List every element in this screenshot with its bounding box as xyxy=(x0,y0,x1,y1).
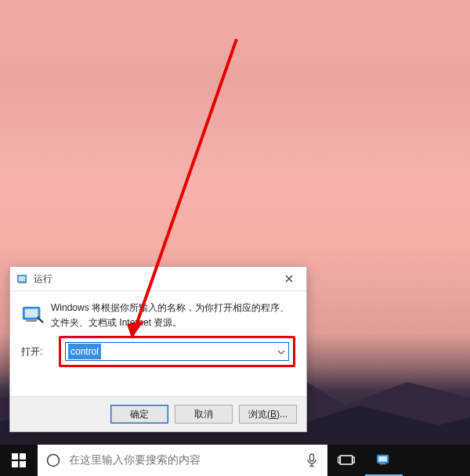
run-dialog-button-row: 确定 取消 浏览(B)... xyxy=(10,396,306,431)
open-combobox-value: control xyxy=(68,344,101,359)
svg-rect-13 xyxy=(310,454,314,461)
svg-rect-9 xyxy=(20,453,26,460)
taskbar-search[interactable]: 在这里输入你要搜索的内容 xyxy=(38,445,327,476)
svg-rect-4 xyxy=(25,308,38,317)
browse-button[interactable]: 浏览(B)... xyxy=(239,405,297,424)
run-titlebar-icon xyxy=(16,272,29,285)
run-dialog-icon xyxy=(21,301,48,330)
desktop-wallpaper: 运行 Windows 将根据你所输入的名称，为你打开相应的程序、 文件夹、文档或… xyxy=(0,0,470,445)
run-dialog-title: 运行 xyxy=(34,272,272,286)
chevron-down-icon[interactable] xyxy=(274,348,288,356)
svg-rect-18 xyxy=(352,457,355,463)
cancel-button[interactable]: 取消 xyxy=(175,405,233,424)
run-dialog-titlebar[interactable]: 运行 xyxy=(10,267,306,291)
svg-rect-17 xyxy=(338,457,341,463)
svg-point-12 xyxy=(48,455,60,467)
open-label: 打开: xyxy=(21,345,59,359)
svg-rect-16 xyxy=(340,456,352,464)
run-dialog: 运行 Windows 将根据你所输入的名称，为你打开相应的程序、 文件夹、文档或… xyxy=(9,266,307,432)
close-button[interactable] xyxy=(272,268,306,290)
annotation-highlight-box: control xyxy=(59,336,295,367)
run-dialog-description: Windows 将根据你所输入的名称，为你打开相应的程序、 文件夹、文档或 In… xyxy=(48,301,295,330)
search-placeholder: 在这里输入你要搜索的内容 xyxy=(69,453,296,467)
open-combobox[interactable]: control xyxy=(65,342,289,361)
svg-rect-10 xyxy=(12,461,18,467)
microphone-icon[interactable] xyxy=(296,453,327,467)
svg-rect-11 xyxy=(20,461,26,467)
start-button[interactable] xyxy=(0,445,38,476)
svg-rect-21 xyxy=(380,463,386,464)
svg-rect-5 xyxy=(27,320,37,322)
taskbar-app-run[interactable] xyxy=(365,445,403,476)
taskbar: 在这里输入你要搜索的内容 xyxy=(0,445,470,476)
task-view-button[interactable] xyxy=(327,445,365,476)
svg-rect-8 xyxy=(12,453,18,460)
ok-button[interactable]: 确定 xyxy=(110,405,168,424)
svg-rect-20 xyxy=(378,456,387,462)
svg-rect-2 xyxy=(19,283,27,283)
svg-rect-1 xyxy=(19,276,26,282)
cortana-circle-icon xyxy=(38,445,69,476)
